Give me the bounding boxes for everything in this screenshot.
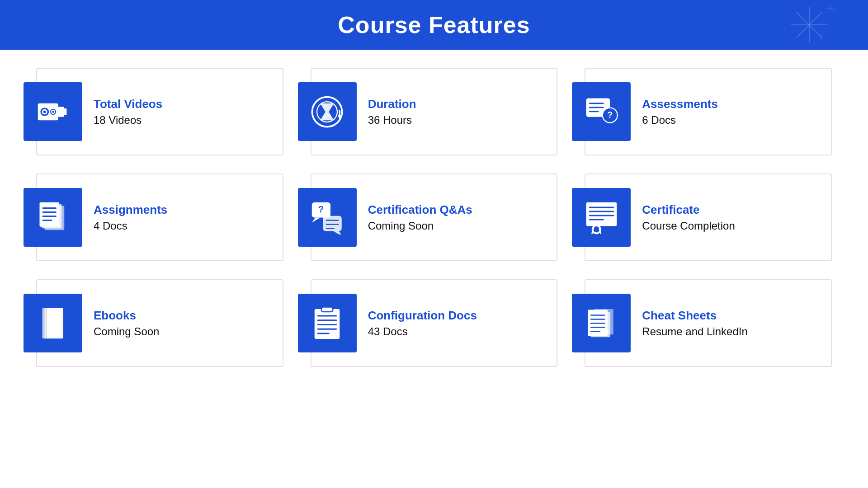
assignments-subtitle: 4 Docs xyxy=(94,220,167,232)
ebooks-title: Ebooks xyxy=(94,309,159,323)
assessments-icon-box: ? xyxy=(572,82,631,141)
card-assignments: Assignments 4 Docs xyxy=(36,174,283,261)
card-cheat-sheets: Cheat Sheets Resume and LinkedIn xyxy=(585,279,832,367)
svg-rect-61 xyxy=(321,307,333,312)
svg-rect-34 xyxy=(39,202,59,226)
card-total-videos: Total Videos 18 Videos xyxy=(36,68,283,155)
certification-qas-text: Certification Q&As Coming Soon xyxy=(368,203,472,232)
cheat-sheets-subtitle: Resume and LinkedIn xyxy=(642,325,747,338)
card-certification-qas: ? Certification Q&As Coming Soon xyxy=(311,174,558,261)
card-configuration-docs: Configuration Docs 43 Docs xyxy=(311,279,558,367)
assignments-icon-box xyxy=(24,188,82,247)
cheat-sheets-text: Cheat Sheets Resume and LinkedIn xyxy=(642,309,747,338)
svg-marker-43 xyxy=(333,231,342,235)
total-videos-title: Total Videos xyxy=(94,97,162,111)
total-videos-subtitle: 18 Videos xyxy=(94,114,162,127)
duration-title: Duration xyxy=(368,97,416,111)
total-videos-icon-box xyxy=(24,82,82,141)
duration-subtitle: 36 Hours xyxy=(368,114,416,127)
svg-rect-20 xyxy=(61,108,66,115)
certificate-title: Certificate xyxy=(642,203,735,217)
assessments-subtitle: 6 Docs xyxy=(642,114,718,127)
configuration-docs-icon-box xyxy=(298,294,357,352)
svg-text:?: ? xyxy=(607,110,613,120)
certificate-icon-box xyxy=(572,188,631,247)
configuration-docs-title: Configuration Docs xyxy=(368,309,477,323)
assessments-title: Assessments xyxy=(642,97,718,111)
cheat-sheets-icon-box xyxy=(572,294,631,352)
duration-icon-box xyxy=(298,82,357,141)
card-certificate: Certificate Course Completion xyxy=(585,174,832,261)
cheatsheet-icon xyxy=(585,306,618,340)
ebooks-subtitle: Coming Soon xyxy=(94,325,159,338)
ebooks-text: Ebooks Coming Soon xyxy=(94,309,159,338)
assessment-icon: ? xyxy=(585,95,618,129)
certification-qas-title: Certification Q&As xyxy=(368,203,472,217)
ebooks-icon-box xyxy=(24,294,82,352)
video-icon xyxy=(36,95,70,129)
assignment-icon xyxy=(36,201,70,235)
assignments-text: Assignments 4 Docs xyxy=(94,203,167,232)
certificate-subtitle: Course Completion xyxy=(642,220,735,232)
assignments-title: Assignments xyxy=(94,203,167,217)
card-assessments: ? Assessments 6 Docs xyxy=(585,68,832,155)
svg-text:?: ? xyxy=(318,203,324,214)
features-grid: Total Videos 18 Videos xyxy=(36,68,832,367)
star-decoration-icon xyxy=(773,2,845,56)
svg-rect-58 xyxy=(46,309,62,338)
main-content: Total Videos 18 Videos xyxy=(0,50,868,380)
card-ebooks: Ebooks Coming Soon xyxy=(36,279,283,367)
assessments-text: Assessments 6 Docs xyxy=(642,97,718,127)
certification-qas-icon-box: ? xyxy=(298,188,357,247)
svg-point-53 xyxy=(593,226,599,233)
svg-marker-40 xyxy=(312,217,321,222)
card-duration: Duration 36 Hours xyxy=(311,68,558,155)
total-videos-text: Total Videos 18 Videos xyxy=(94,97,162,127)
cheat-sheets-title: Cheat Sheets xyxy=(642,309,747,323)
ebook-icon xyxy=(36,306,70,340)
clock-icon xyxy=(310,95,344,129)
certificate-icon xyxy=(585,201,618,235)
page-header: Course Features xyxy=(0,0,868,50)
svg-marker-23 xyxy=(321,103,334,120)
svg-rect-47 xyxy=(586,202,617,226)
qna-icon: ? xyxy=(310,201,344,235)
certificate-text: Certificate Course Completion xyxy=(642,203,735,232)
svg-point-18 xyxy=(52,111,54,113)
certification-qas-subtitle: Coming Soon xyxy=(368,220,472,232)
configuration-docs-subtitle: 43 Docs xyxy=(368,325,477,338)
svg-point-15 xyxy=(43,110,46,113)
page-title: Course Features xyxy=(338,11,530,38)
configuration-docs-text: Configuration Docs 43 Docs xyxy=(368,309,477,338)
config-icon xyxy=(310,306,344,340)
duration-text: Duration 36 Hours xyxy=(368,97,416,127)
